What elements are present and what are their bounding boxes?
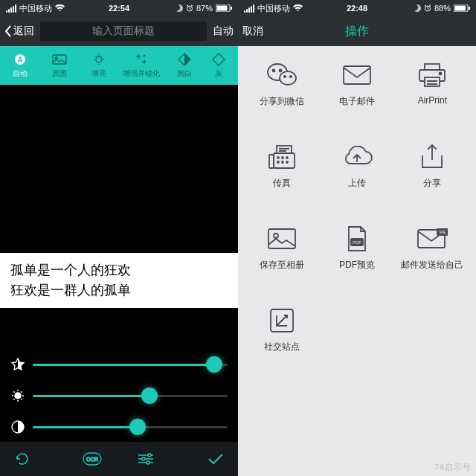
back-button[interactable]: 返回 <box>4 25 34 38</box>
svg-point-41 <box>274 234 278 238</box>
image-gap <box>0 308 238 344</box>
cancel-button[interactable]: 取消 <box>242 25 263 38</box>
action-upload[interactable]: 上传 <box>319 143 394 225</box>
svg-point-22 <box>272 70 274 72</box>
sliders-panel <box>0 344 238 442</box>
right-screen: 中国移动 22:48 88% 取消 操作 分享到微信 电子邮件 AirPrint <box>238 0 476 476</box>
carrier: 中国移动 <box>257 3 290 14</box>
tab-auto[interactable]: A 自动 <box>0 46 39 85</box>
hw-line1: 孤单是一个人的狂欢 <box>10 260 228 280</box>
action-save-album[interactable]: 保存至相册 <box>244 225 319 306</box>
contrast-icon <box>10 419 25 434</box>
svg-point-37 <box>277 161 279 163</box>
tab-label: 自动 <box>13 68 28 79</box>
tab-sharpen[interactable]: 增强并锐化 <box>118 46 164 85</box>
svg-rect-2 <box>217 6 228 11</box>
svg-point-36 <box>286 157 288 158</box>
handwriting-area: 孤单是一个人的狂欢 狂欢是一群人的孤单 <box>0 253 238 308</box>
svg-rect-19 <box>469 7 470 10</box>
cloud-upload-icon <box>340 143 374 171</box>
mail-me-icon: ME <box>415 225 449 253</box>
image-top <box>0 85 238 253</box>
navbar: 取消 操作 <box>238 16 476 46</box>
svg-rect-3 <box>231 7 232 10</box>
svg-text:ME: ME <box>440 230 446 234</box>
canvas-area: 孤单是一个人的狂欢 狂欢是一群人的孤单 <box>0 85 238 442</box>
svg-point-15 <box>147 461 149 464</box>
battery-icon <box>216 4 232 12</box>
diamond-icon <box>177 53 192 66</box>
alarm-icon <box>424 4 431 12</box>
svg-text:OCR: OCR <box>86 457 98 462</box>
page-title-input[interactable]: 输入页面标题 <box>40 22 207 41</box>
action-label: 邮件发送给自己 <box>401 259 463 271</box>
action-label: 保存至相册 <box>260 259 304 271</box>
carrier: 中国移动 <box>19 3 52 14</box>
ocr-button[interactable]: OCR <box>80 447 104 471</box>
moon-icon <box>176 4 183 12</box>
svg-rect-28 <box>425 64 440 70</box>
svg-rect-31 <box>274 153 295 168</box>
filter-tabs: A 自动 原图 增亮 增强并锐化 黑白 灰 <box>0 46 238 85</box>
auto-label[interactable]: 自动 <box>213 25 234 38</box>
page-title: 操作 <box>242 24 472 39</box>
confirm-button[interactable] <box>204 447 228 471</box>
action-airprint[interactable]: AirPrint <box>395 61 470 143</box>
signal-icon <box>6 4 16 13</box>
moon-icon <box>414 4 421 12</box>
svg-rect-18 <box>455 6 466 11</box>
svg-point-38 <box>282 161 283 163</box>
action-fax[interactable]: 传真 <box>244 143 319 225</box>
gray-icon <box>211 53 226 66</box>
svg-text:A: A <box>17 56 22 64</box>
tab-original[interactable]: 原图 <box>39 46 79 85</box>
hw-line2: 狂欢是一群人的孤单 <box>10 280 228 300</box>
battery-icon <box>454 4 470 12</box>
status-bar: 中国移动 22:48 88% <box>238 0 476 16</box>
svg-rect-6 <box>53 55 66 64</box>
action-share[interactable]: 分享 <box>395 143 470 225</box>
tab-label: 黑白 <box>177 68 192 79</box>
wifi-icon <box>293 4 303 12</box>
tab-label: 增亮 <box>91 68 106 79</box>
svg-rect-33 <box>277 146 292 153</box>
back-label: 返回 <box>13 25 34 38</box>
svg-point-35 <box>282 157 283 158</box>
actions-grid: 分享到微信 电子邮件 AirPrint 传真 上传 分享 保存至相册 PDF P <box>238 46 476 476</box>
tab-gray[interactable]: 灰 <box>204 46 234 85</box>
slider-contrast[interactable] <box>10 419 228 434</box>
rotate-button[interactable] <box>10 447 34 471</box>
svg-point-8 <box>96 57 102 62</box>
action-wechat[interactable]: 分享到微信 <box>244 61 319 143</box>
slider-detail[interactable] <box>10 357 228 372</box>
album-icon <box>265 225 299 253</box>
tab-label: 原图 <box>52 68 67 79</box>
svg-text:PDF: PDF <box>353 240 361 245</box>
bulb-icon <box>91 53 106 66</box>
tab-brighten[interactable]: 增亮 <box>79 46 118 85</box>
clock: 22:54 <box>109 4 129 13</box>
action-pdf[interactable]: PDF PDF预览 <box>319 225 394 306</box>
social-icon <box>265 306 299 335</box>
alarm-icon <box>186 4 193 12</box>
pdf-icon: PDF <box>340 225 374 253</box>
action-email[interactable]: 电子邮件 <box>319 61 394 143</box>
auto-icon: A <box>13 53 28 66</box>
watermark: 74启示号 <box>434 462 472 473</box>
svg-point-30 <box>440 73 442 75</box>
action-label: 分享到微信 <box>260 95 304 108</box>
wifi-icon <box>55 4 65 12</box>
action-social[interactable]: 社交站点 <box>244 306 319 388</box>
svg-point-21 <box>280 71 296 85</box>
fax-icon <box>265 143 299 171</box>
action-label: 上传 <box>348 177 366 190</box>
tab-label: 增强并锐化 <box>123 68 160 79</box>
slider-brightness[interactable] <box>10 388 228 403</box>
svg-rect-40 <box>268 229 295 248</box>
star-icon <box>10 357 25 372</box>
adjust-button[interactable] <box>134 447 158 471</box>
action-mail-me[interactable]: ME 邮件发送给自己 <box>395 225 470 306</box>
svg-point-14 <box>142 457 145 460</box>
tab-bw[interactable]: 黑白 <box>164 46 204 85</box>
action-label: PDF预览 <box>339 259 375 271</box>
